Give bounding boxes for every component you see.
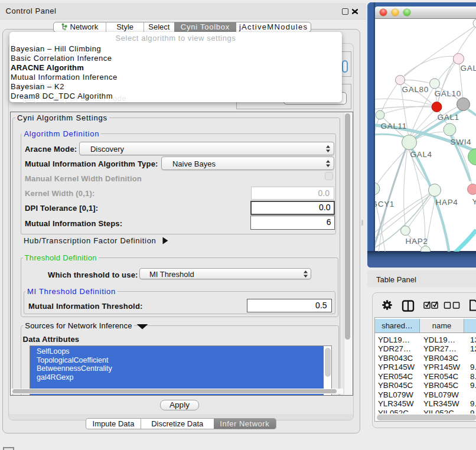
svg-text:GAL: GAL bbox=[460, 63, 476, 72]
svg-text:HAP2: HAP2 bbox=[405, 236, 428, 245]
svg-text:GAL1: GAL1 bbox=[437, 112, 459, 121]
svg-text:HAP4: HAP4 bbox=[435, 197, 458, 206]
svg-text:GAL4: GAL4 bbox=[410, 149, 432, 158]
svg-text:GAL11: GAL11 bbox=[380, 121, 407, 130]
svg-text:Y: Y bbox=[472, 197, 476, 206]
svg-text:GAL80: GAL80 bbox=[402, 84, 429, 93]
svg-text:GCY1: GCY1 bbox=[375, 199, 395, 208]
svg-text:GAL10: GAL10 bbox=[434, 89, 461, 97]
svg-text:SWI4: SWI4 bbox=[450, 137, 471, 146]
